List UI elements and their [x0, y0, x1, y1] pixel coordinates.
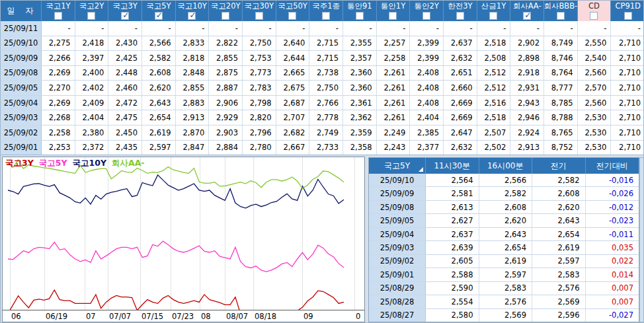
table-row[interactable]: 25/09/092,2662,3972,4252,5822,8182,8552,…	[1, 51, 644, 66]
column-header-18[interactable]: CP91D	[611, 1, 644, 21]
value-cell: 2,898	[510, 51, 544, 65]
column-checkbox[interactable]	[221, 12, 229, 20]
value-cell: -	[75, 21, 109, 36]
value-cell: 2,570	[578, 81, 612, 95]
detail-row[interactable]: 25/08/272,5802,5692,596-0,027	[369, 309, 639, 322]
column-checkbox[interactable]	[590, 12, 598, 20]
value-cell: 8,788	[544, 110, 578, 125]
column-checkbox[interactable]	[155, 12, 163, 20]
detail-row[interactable]: 25/09/082,6132,6082,620-0,012	[369, 201, 639, 214]
value-cell: 2,660	[444, 81, 477, 95]
column-header-9[interactable]: 국주1종	[309, 1, 343, 21]
value-cell: 2,518	[477, 36, 511, 51]
column-checkbox[interactable]	[624, 12, 632, 20]
column-header-6[interactable]: 국고20Y	[209, 1, 243, 21]
column-checkbox[interactable]	[523, 12, 531, 20]
column-checkbox[interactable]	[456, 12, 464, 20]
value-cell: 8,777	[544, 81, 578, 95]
value-cell: -	[544, 21, 578, 36]
column-header-14[interactable]: 산금1Y	[477, 1, 511, 21]
column-header-8[interactable]: 국고50Y	[276, 1, 310, 21]
x-tick-label: 06/19	[46, 312, 67, 321]
diff-cell: -0,023	[586, 214, 639, 227]
table-row[interactable]: 25/09/102,2752,4182,4302,5662,8332,8222,…	[1, 36, 644, 52]
detail-row[interactable]: 25/09/032,6392,6542,6190,035	[369, 241, 639, 254]
value-cell: 2,361	[343, 96, 377, 110]
column-header-5[interactable]: 국고10Y	[176, 1, 210, 21]
detail-row[interactable]: 25/09/042,6372,6432,654-0,011	[369, 228, 639, 241]
column-header-4[interactable]: 국고5Y	[142, 1, 176, 21]
column-header-1[interactable]: 국고1Y	[42, 1, 75, 21]
value-cell: 2,430	[108, 36, 142, 51]
column-checkbox[interactable]	[557, 12, 565, 20]
value-cell: 2,472	[108, 96, 142, 110]
value-cell: 2,258	[377, 51, 411, 65]
detail-header-4[interactable]: 전기	[532, 158, 586, 174]
prev-value-cell: 2,569	[532, 295, 586, 308]
value-cell: -	[142, 21, 176, 36]
table-row[interactable]: 25/09/11------------------	[1, 21, 644, 36]
detail-row[interactable]: 25/09/012,5882,5972,5830,014	[369, 268, 639, 281]
value-cell: 2,750	[243, 36, 276, 51]
value-cell: 2,710	[611, 141, 644, 155]
column-header-13[interactable]: 한전3Y	[444, 1, 477, 21]
value-cell: 2,855	[209, 51, 243, 65]
detail-row[interactable]: 25/09/022,6052,6192,5970,022	[369, 255, 639, 268]
date-cell: 25/09/04	[1, 96, 42, 110]
column-checkbox[interactable]	[423, 12, 430, 20]
column-header-label: 국고10Y	[177, 2, 207, 11]
value-cell: 2,518	[477, 110, 511, 125]
value-1130-cell: 2,639	[426, 241, 479, 254]
value-1130-cell: 2,581	[426, 187, 479, 199]
column-header-17[interactable]: CD	[578, 1, 612, 21]
table-row[interactable]: 25/09/032,2682,4042,4752,6542,9132,9292,…	[1, 110, 644, 126]
table-row[interactable]: 25/09/052,2702,4022,4602,6202,8552,8872,…	[1, 81, 644, 96]
detail-header-1[interactable]: 국고5Y	[369, 158, 426, 174]
legend-item-2: 국고5Y	[39, 158, 67, 168]
detail-header-3[interactable]: 16시00분	[479, 158, 533, 174]
table-row[interactable]: 25/09/012,2532,3722,4352,5972,8472,8842,…	[1, 141, 644, 155]
yield-table-header: 일 자국고1Y국고2Y국고3Y국고5Y국고10Y국고20Y국고30Y국고50Y국…	[1, 1, 644, 21]
value-1130-cell: 2,637	[426, 228, 479, 240]
column-checkbox[interactable]	[255, 12, 263, 20]
value-cell: 2,560	[578, 96, 612, 110]
chart-x-axis: 0606/190707/0707/1507/230808/0708/18090	[3, 310, 364, 322]
column-header-2[interactable]: 국고2Y	[75, 1, 109, 21]
table-row[interactable]: 25/09/082,2692,4002,4482,6082,8482,8752,…	[1, 66, 644, 81]
column-checkbox[interactable]	[322, 12, 330, 20]
vertical-scrollbar[interactable]	[639, 157, 644, 322]
diff-cell: -0,012	[586, 201, 639, 213]
diff-cell: -0,027	[586, 309, 639, 322]
value-cell: 2,669	[444, 110, 477, 125]
column-checkbox[interactable]	[121, 12, 129, 20]
column-checkbox[interactable]	[489, 12, 497, 20]
column-checkbox[interactable]	[188, 12, 196, 20]
value-cell: 8,752	[544, 141, 578, 155]
x-tick-label: 07/07	[109, 312, 131, 321]
column-checkbox[interactable]	[54, 12, 62, 20]
column-header-16[interactable]: 회사BBB-	[544, 1, 578, 21]
value-1600-cell: 2,620	[479, 214, 533, 227]
table-row[interactable]: 25/09/022,2582,3802,4502,6192,8702,9032,…	[1, 126, 644, 141]
diff-cell: -0,011	[586, 228, 639, 240]
column-header-12[interactable]: 통안2Y	[410, 1, 444, 21]
column-checkbox[interactable]	[389, 12, 397, 20]
column-header-15[interactable]: 회사AA-	[510, 1, 544, 21]
detail-row[interactable]: 25/08/282,5542,5762,5690,007	[369, 295, 639, 308]
column-checkbox[interactable]	[87, 12, 95, 20]
detail-row[interactable]: 25/09/092,5812,5822,608-0,026	[369, 187, 639, 200]
column-header-3[interactable]: 국고3Y	[108, 1, 142, 21]
detail-row[interactable]: 25/09/102,5642,5662,582-0,016	[369, 174, 639, 187]
detail-row[interactable]: 25/08/292,5902,5832,5760,007	[369, 282, 639, 295]
column-header-7[interactable]: 국고30Y	[243, 1, 276, 21]
column-checkbox[interactable]	[288, 12, 296, 20]
column-checkbox[interactable]	[356, 12, 364, 20]
detail-row[interactable]: 25/09/052,6272,6202,643-0,023	[369, 214, 639, 227]
column-header-label: 국고30Y	[244, 2, 274, 11]
column-header-10[interactable]: 통안91	[343, 1, 377, 21]
value-cell: 2,269	[42, 96, 75, 110]
column-header-11[interactable]: 통안1Y	[377, 1, 411, 21]
detail-header-5[interactable]: 전기대비	[586, 158, 639, 174]
detail-header-2[interactable]: 11시30분	[426, 158, 479, 174]
table-row[interactable]: 25/09/042,2692,4092,4722,6432,8832,9062,…	[1, 96, 644, 111]
